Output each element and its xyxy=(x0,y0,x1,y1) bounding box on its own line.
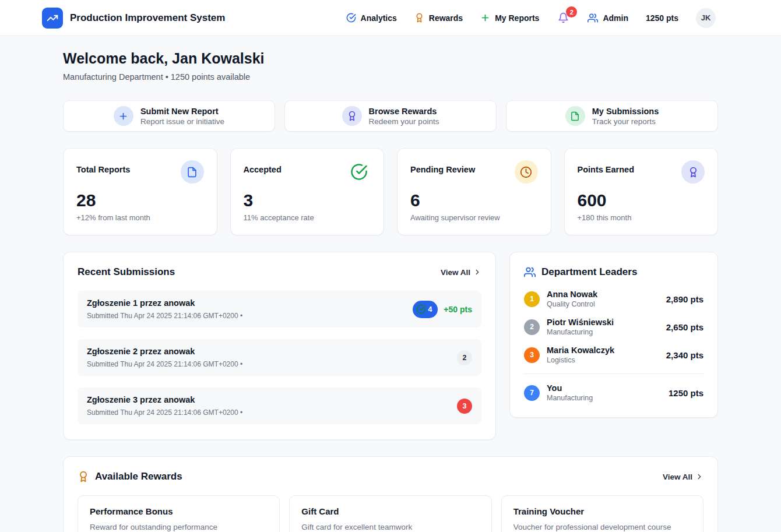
quick-action-title: Browse Rewards xyxy=(369,107,439,116)
stat-label: Accepted xyxy=(244,160,282,174)
stat-card-accepted: Accepted 3 11% acceptance rate xyxy=(230,148,385,235)
leader-name: Anna Nowak xyxy=(547,290,659,299)
award-icon xyxy=(681,160,705,184)
nav-admin-label: Admin xyxy=(603,13,628,23)
leader-row: 1 Anna Nowak Quality Control 2,890 pts xyxy=(524,290,703,308)
award-icon xyxy=(342,106,362,126)
brand: Production Improvement System xyxy=(42,8,225,29)
recent-submissions-view-all-link[interactable]: View All xyxy=(441,268,481,277)
leader-points: 2,650 pts xyxy=(666,322,703,332)
nav-admin[interactable]: Admin xyxy=(587,13,628,23)
submission-list-item[interactable]: Zgłoszenie 1 przez anowak Submitted Thu … xyxy=(78,291,481,327)
stat-subtext: Awaiting supervisor review xyxy=(410,213,538,222)
submission-list-item[interactable]: Zgłoszenie 2 przez anowak Submitted Thu … xyxy=(78,339,481,376)
status-count: 4 xyxy=(428,305,432,313)
user-avatar[interactable]: JK xyxy=(696,8,716,28)
nav-my-reports-label: My Reports xyxy=(495,13,539,23)
reward-card-gift-card: Gift Card Gift card for excellent teamwo… xyxy=(289,495,491,532)
my-submissions-card[interactable]: My Submissions Track your reports xyxy=(506,100,718,132)
chevron-right-icon xyxy=(695,473,703,481)
nav-rewards-label: Rewards xyxy=(429,13,463,23)
reward-card-training-voucher: Training Voucher Voucher for professiona… xyxy=(501,495,703,532)
nav-rewards[interactable]: Rewards xyxy=(414,13,463,23)
header-points-display: 1250 pts xyxy=(646,13,678,23)
leader-points: 1250 pts xyxy=(669,388,703,398)
status-badge: 4 xyxy=(413,301,438,318)
status-badge: 2 xyxy=(457,350,472,365)
rewards-view-all-link[interactable]: View All xyxy=(663,473,703,481)
stat-card-total-reports: Total Reports 28 +12% from last month xyxy=(63,148,217,235)
stat-label: Total Reports xyxy=(76,160,130,174)
quick-action-title: Submit New Report xyxy=(140,107,224,116)
leader-points: 2,890 pts xyxy=(666,294,703,304)
plus-icon xyxy=(114,106,133,126)
quick-actions-row: Submit New Report Report issue or initia… xyxy=(63,100,718,132)
plus-icon xyxy=(480,13,490,23)
reward-title: Gift Card xyxy=(301,506,479,516)
reward-card-performance-bonus: Performance Bonus Reward for outstanding… xyxy=(78,495,280,532)
stat-subtext: +180 this month xyxy=(578,213,705,222)
top-nav: Production Improvement System Analytics … xyxy=(0,0,781,36)
points-gained: +50 pts xyxy=(444,305,472,314)
notifications-button[interactable]: 2 xyxy=(557,11,570,24)
submission-meta: Submitted Thu Apr 24 2025 21:14:06 GMT+0… xyxy=(87,312,242,320)
header-nav: Analytics Rewards My Reports 2 Admin xyxy=(346,8,716,28)
clock-icon xyxy=(515,160,538,184)
stat-value: 3 xyxy=(244,191,371,210)
stat-subtext: +12% from last month xyxy=(76,213,204,222)
stat-value: 28 xyxy=(76,191,204,210)
stat-label: Pending Review xyxy=(410,160,475,174)
check-circle-icon xyxy=(346,13,356,23)
nav-analytics-label: Analytics xyxy=(361,13,397,23)
submission-title: Zgłoszenie 2 przez anowak xyxy=(87,347,242,356)
stat-card-points-earned: Points Earned 600 +180 this month xyxy=(564,148,719,235)
award-icon xyxy=(78,471,89,482)
available-rewards-panel: Available Rewards View All Performance B… xyxy=(63,456,718,532)
view-all-label: View All xyxy=(663,473,692,481)
rewards-grid: Performance Bonus Reward for outstanding… xyxy=(78,495,703,532)
available-rewards-title: Available Rewards xyxy=(95,471,182,482)
leader-department: Manufacturing xyxy=(547,394,662,402)
leader-department: Logistics xyxy=(547,356,659,364)
rank-badge: 7 xyxy=(524,385,540,401)
reward-description: Gift card for excellent teamwork xyxy=(301,523,479,531)
department-leaders-panel: Department Leaders 1 Anna Nowak Quality … xyxy=(509,252,718,418)
status-badge: 3 xyxy=(457,399,472,414)
nav-my-reports[interactable]: My Reports xyxy=(480,13,539,23)
recent-submissions-title: Recent Submissions xyxy=(78,266,175,278)
trending-up-icon xyxy=(47,12,58,24)
rank-badge: 3 xyxy=(524,347,540,363)
stat-value: 600 xyxy=(578,191,705,210)
stat-subtext: 11% acceptance rate xyxy=(244,213,371,222)
reward-description: Voucher for professional development cou… xyxy=(513,523,691,531)
chevron-right-icon xyxy=(473,268,481,276)
submission-title: Zgłoszenie 1 przez anowak xyxy=(87,298,242,308)
quick-action-subtitle: Redeem your points xyxy=(369,117,439,126)
submit-new-report-card[interactable]: Submit New Report Report issue or initia… xyxy=(63,100,275,132)
check-circle-icon xyxy=(416,304,426,314)
leader-department: Quality Control xyxy=(547,300,659,308)
leader-name: You xyxy=(547,383,662,393)
app-title: Production Improvement System xyxy=(70,12,225,24)
submission-meta: Submitted Thu Apr 24 2025 21:14:06 GMT+0… xyxy=(87,408,242,417)
leader-name: Piotr Wiśniewski xyxy=(547,318,659,327)
leader-department: Manufacturing xyxy=(547,328,659,336)
dashboard-main: Welcome back, Jan Kowalski Manufacturing… xyxy=(63,36,718,532)
stat-label: Points Earned xyxy=(578,160,635,174)
check-circle-icon xyxy=(347,160,371,184)
rank-badge: 2 xyxy=(524,319,540,335)
notification-badge: 2 xyxy=(566,6,577,17)
submission-title: Zgłoszenie 3 przez anowak xyxy=(87,395,242,404)
users-icon xyxy=(587,13,598,23)
leader-points: 2,340 pts xyxy=(666,350,703,360)
award-icon xyxy=(414,13,424,23)
rank-badge: 1 xyxy=(524,291,540,307)
department-leaders-title: Department Leaders xyxy=(541,266,637,278)
reward-title: Performance Bonus xyxy=(90,506,268,516)
stat-value: 6 xyxy=(410,191,538,210)
stat-card-pending-review: Pending Review 6 Awaiting supervisor rev… xyxy=(397,148,551,235)
browse-rewards-card[interactable]: Browse Rewards Redeem your points xyxy=(284,100,497,132)
view-all-label: View All xyxy=(441,268,470,277)
submission-list-item[interactable]: Zgłoszenie 3 przez anowak Submitted Thu … xyxy=(78,387,481,424)
nav-analytics[interactable]: Analytics xyxy=(346,13,397,23)
